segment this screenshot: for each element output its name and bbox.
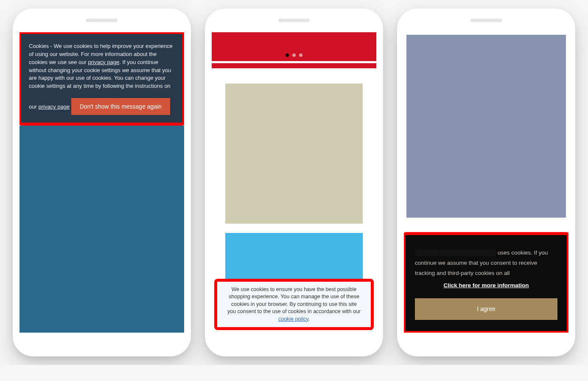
cookie-banner-dark: ████████████████████ uses cookies. If yo… [406,235,567,331]
carousel-dot[interactable] [286,53,289,57]
page-content-placeholder [20,126,184,333]
phone-frame-3: ████████████████████ uses cookies. If yo… [397,8,575,356]
phone-speaker [278,19,310,22]
phone-frame-2: We use cookies to ensure you have the be… [205,8,383,356]
phone-speaker [86,19,118,22]
privacy-page-link[interactable]: privacy page [88,59,119,65]
highlight-annotation-1: Cookies - We use cookies to help improve… [20,32,184,126]
phone-screen-3: ████████████████████ uses cookies. If yo… [404,32,568,333]
page-header-bar [212,32,376,61]
phone-frame-1: Cookies - We use cookies to help improve… [13,8,191,356]
carousel-dot[interactable] [299,53,302,57]
page-subheader-bar [212,63,376,68]
cookie-policy-link[interactable]: cookie policy [278,316,308,322]
more-information-link[interactable]: Click here for more information [415,280,557,291]
highlight-annotation-2: We use cookies to ensure you have the be… [214,279,374,331]
privacy-page-link-2[interactable]: privacy page [38,104,70,110]
phone-speaker [470,19,502,22]
agree-button[interactable]: I agree [415,298,557,320]
highlight-annotation-3: ████████████████████ uses cookies. If yo… [404,232,568,333]
cookie-banner-text: We use cookies to ensure you have the be… [227,286,361,322]
content-block-image [225,84,363,224]
page-content-gap [404,218,568,232]
cookie-banner-text: ████████████████████ uses cookies. If yo… [415,248,557,279]
phone-screen-1: Cookies - We use cookies to help improve… [20,32,184,333]
dismiss-cookie-button[interactable]: Don't show this message again [71,98,170,115]
carousel-dots [286,53,302,57]
phone-screen-2: We use cookies to ensure you have the be… [212,32,376,333]
page-hero-placeholder [406,35,566,218]
carousel-dot-active[interactable] [292,53,296,57]
cookie-banner-bottom: We use cookies to ensure you have the be… [217,282,371,328]
cookie-banner-top: Cookies - We use cookies to help improve… [21,34,182,123]
